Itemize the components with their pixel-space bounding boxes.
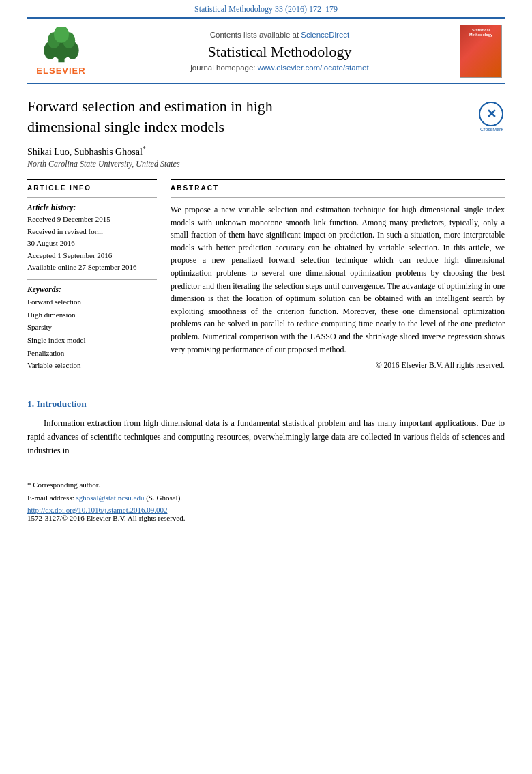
- introduction-heading: 1. Introduction: [27, 399, 505, 410]
- copyright-line: © 2016 Elsevier B.V. All rights reserved…: [171, 361, 505, 369]
- abstract-label: ABSTRACT: [171, 184, 505, 192]
- sciencedirect-link[interactable]: ScienceDirect: [301, 31, 349, 39]
- elsevier-brand-text: ELSEVIER: [36, 66, 85, 76]
- homepage-url[interactable]: www.elsevier.com/locate/stamet: [258, 63, 369, 72]
- homepage-label-text: journal homepage:: [190, 63, 255, 72]
- history-revised-date: 30 August 2016: [27, 238, 157, 250]
- homepage-line: journal homepage: www.elsevier.com/locat…: [190, 63, 368, 72]
- history-revised-label: Received in revised form: [27, 226, 157, 238]
- introduction-section: 1. Introduction Information extraction f…: [0, 399, 532, 457]
- sciencedirect-prefix-text: Contents lists available at: [210, 31, 299, 39]
- keyword-6: Variable selection: [27, 359, 157, 372]
- history-online: Available online 27 September 2016: [27, 261, 157, 274]
- keyword-1: Forward selection: [27, 296, 157, 309]
- affiliation: North Carolina State University, United …: [27, 159, 505, 169]
- email-line: E-mail address: sghosal@stat.ncsu.edu (S…: [27, 491, 505, 504]
- keyword-2: High dimension: [27, 309, 157, 321]
- cover-title-text: Statistical Methodology: [462, 28, 499, 38]
- crossmark-label: CrossMark: [479, 127, 505, 132]
- authors-line: Shikai Luo, Subhashis Ghosal*: [27, 145, 505, 158]
- article-history-label: Article history:: [27, 203, 157, 212]
- journal-title: Statistical Methodology: [208, 43, 352, 61]
- keywords-label: Keywords:: [27, 285, 157, 293]
- article-main: ✕ CrossMark Forward selection and estima…: [0, 84, 532, 379]
- history-received: Received 9 December 2015: [27, 214, 157, 226]
- corresponding-marker: *: [143, 145, 146, 152]
- issn-line: 1572-3127/© 2016 Elsevier B.V. All right…: [27, 514, 505, 522]
- email-suffix: (S. Ghosal).: [146, 493, 182, 502]
- history-accepted: Accepted 1 September 2016: [27, 250, 157, 262]
- keyword-4: Single index model: [27, 334, 157, 347]
- article-info-column: ARTICLE INFO Article history: Received 9…: [27, 179, 157, 372]
- abstract-column: ABSTRACT We propose a new variable selec…: [171, 179, 505, 372]
- introduction-paragraph: Information extraction from high dimensi…: [27, 416, 505, 457]
- section-divider: [27, 390, 505, 390]
- journal-header: ELSEVIER Contents lists available at Sci…: [27, 19, 505, 84]
- keyword-3: Sparsity: [27, 321, 157, 334]
- footnote-section: * Corresponding author. E-mail address: …: [0, 470, 532, 526]
- doi-link[interactable]: http://dx.doi.org/10.1016/j.stamet.2016.…: [27, 506, 505, 514]
- email-label: E-mail address:: [27, 493, 74, 502]
- crossmark-badge[interactable]: ✕ CrossMark: [479, 102, 505, 128]
- abstract-text: We propose a new variable selection and …: [171, 203, 505, 356]
- journal-header-center: Contents lists available at ScienceDirec…: [109, 25, 450, 78]
- keyword-5: Penalization: [27, 347, 157, 360]
- crossmark-symbol: ✕: [486, 106, 497, 121]
- corresponding-note: * Corresponding author.: [27, 478, 505, 491]
- article-body-columns: ARTICLE INFO Article history: Received 9…: [27, 179, 505, 372]
- journal-reference: Statistical Methodology 33 (2016) 172–17…: [0, 0, 532, 17]
- author-names: Shikai Luo, Subhashis Ghosal: [27, 147, 143, 157]
- article-info-label: ARTICLE INFO: [27, 184, 157, 192]
- elsevier-logo: ELSEVIER: [27, 25, 102, 78]
- email-link[interactable]: sghosal@stat.ncsu.edu: [76, 493, 144, 502]
- sciencedirect-label: Contents lists available at ScienceDirec…: [210, 31, 350, 39]
- article-title: Forward selection and estimation in high…: [27, 96, 505, 137]
- journal-cover-thumbnail: Statistical Methodology: [457, 25, 505, 78]
